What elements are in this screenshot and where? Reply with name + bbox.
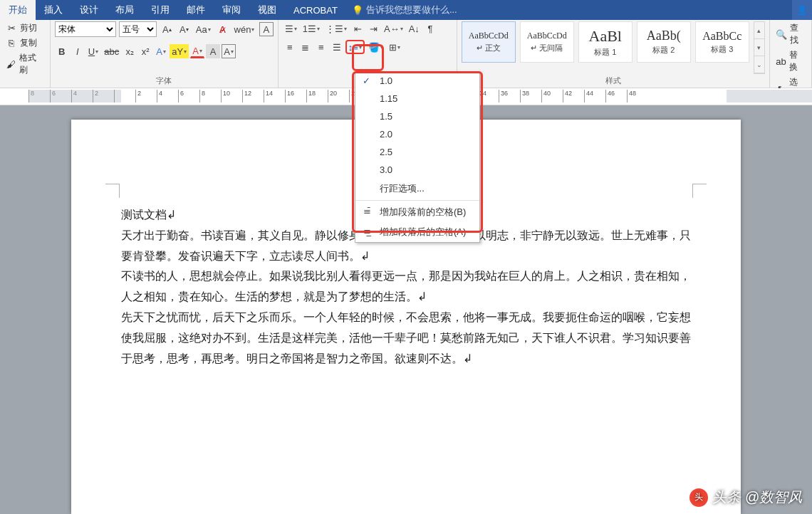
space-after-icon: ≡̲ (361, 226, 373, 236)
pilcrow-icon: ¶ (427, 23, 432, 34)
borders-icon: ⊞ (389, 42, 397, 53)
line-spacing-button[interactable]: ↕≡ (345, 40, 365, 54)
align-right-icon: ≡ (318, 42, 324, 53)
spacing-1.5[interactable]: 1.5 (355, 107, 479, 125)
font-group-label: 字体 (55, 74, 274, 88)
spacing-2.5[interactable]: 2.5 (355, 143, 479, 161)
multilevel-icon: ⋮☰ (326, 23, 343, 34)
scroll-down-icon[interactable]: ▾ (754, 39, 764, 56)
scissors-icon: ✂ (6, 23, 17, 34)
bullets-button[interactable]: ☰ (283, 21, 299, 36)
copy-icon: ⎘ (6, 38, 17, 49)
subscript-button[interactable]: x₂ (123, 44, 137, 58)
style-heading2[interactable]: AaBb(标题 2 (637, 21, 691, 63)
multilevel-button[interactable]: ⋮☰ (323, 21, 349, 36)
phonetic-guide-button[interactable]: wén (232, 22, 256, 36)
format-painter-button[interactable]: 🖌格式刷 (4, 51, 46, 77)
group-clipboard: ✂剪切 ⎘复制 🖌格式刷 (0, 20, 51, 88)
style-normal[interactable]: AaBbCcDd↵ 正文 (462, 21, 516, 63)
enclose-char-button[interactable]: A (259, 22, 274, 36)
justify-button[interactable]: ☰ (330, 40, 344, 54)
brush-icon: 🖌 (6, 58, 16, 70)
group-font: 宋体 五号 A▴ A▾ Aa A̷ wén A B I U abc x₂ x² … (51, 20, 279, 88)
replace-button[interactable]: ab替换 (774, 48, 807, 74)
indent-icon: ⇥ (370, 23, 378, 34)
underline-button[interactable]: U (86, 44, 100, 58)
align-left-icon: ≡ (287, 42, 293, 53)
decrease-indent-button[interactable]: ⇤ (350, 21, 365, 36)
style-heading1[interactable]: AaBl标题 1 (578, 21, 633, 63)
margin-corner (105, 184, 120, 198)
expand-gallery-icon[interactable]: ⌄ (754, 56, 764, 73)
tab-insert[interactable]: 插入 (36, 0, 71, 20)
paint-bucket-icon: 🪣 (368, 42, 380, 53)
spacing-1.15[interactable]: 1.15 (355, 90, 479, 107)
doc-paragraph[interactable]: 不读书的人，思想就会停止。如果说我比别人看得更远一点，那是因为我站在巨人的肩上。… (121, 266, 691, 308)
align-right-button[interactable]: ≡ (314, 40, 328, 54)
numbering-button[interactable]: 1☰ (301, 21, 322, 36)
show-marks-button[interactable]: ¶ (423, 21, 437, 36)
text-direction-button[interactable]: A↔ (382, 21, 405, 36)
char-border-button[interactable]: A (222, 44, 236, 58)
sort-icon: A↓ (409, 23, 420, 34)
spacing-1.0[interactable]: 1.0 (355, 72, 479, 90)
bullets-icon: ☰ (285, 23, 293, 34)
clear-formatting-button[interactable]: A̷ (215, 22, 229, 36)
increase-indent-button[interactable]: ⇥ (366, 21, 380, 36)
copy-button[interactable]: ⎘复制 (4, 36, 46, 50)
text-effects-button[interactable]: A (154, 44, 168, 58)
grow-font-button[interactable]: A▴ (160, 22, 174, 36)
bold-button[interactable]: B (55, 44, 69, 58)
find-button[interactable]: 🔍查找 (774, 21, 807, 47)
styles-group-label: 样式 (462, 74, 765, 88)
signin-button[interactable]: 👤 (792, 0, 812, 20)
watermark: 头 头条 @数智风 (689, 488, 802, 507)
superscript-button[interactable]: x² (138, 44, 152, 58)
change-case-button[interactable]: Aa (194, 22, 212, 36)
scroll-up-icon[interactable]: ▴ (754, 22, 764, 39)
tab-home[interactable]: 开始 (0, 0, 36, 20)
font-size-select[interactable]: 五号 (119, 21, 157, 37)
borders-button[interactable]: ⊞ (387, 40, 402, 54)
sort-button[interactable]: A↓ (407, 21, 422, 36)
tab-review[interactable]: 审阅 (214, 0, 249, 20)
align-center-icon: ≣ (301, 42, 309, 53)
spacing-3.0[interactable]: 3.0 (355, 161, 479, 179)
style-heading3[interactable]: AaBbCc标题 3 (695, 21, 749, 63)
add-space-before[interactable]: ≡̄增加段落前的空格(B) (355, 202, 479, 222)
search-icon: 🔍 (776, 28, 787, 40)
shading-button[interactable]: 🪣 (366, 40, 385, 54)
tab-layout[interactable]: 布局 (107, 0, 142, 20)
lightbulb-icon: 💡 (352, 5, 363, 16)
char-shading-button[interactable]: A (206, 44, 220, 58)
style-gallery-scroll[interactable]: ▴▾⌄ (754, 21, 765, 74)
italic-button[interactable]: I (71, 44, 85, 58)
clipboard-label (4, 77, 46, 88)
spacing-2.0[interactable]: 2.0 (355, 125, 479, 143)
style-nospacing[interactable]: AaBbCcDd↵ 无间隔 (520, 21, 574, 63)
add-space-after[interactable]: ≡̲增加段落后的空格(A) (355, 222, 479, 242)
margin-corner (692, 184, 707, 198)
tab-mailings[interactable]: 邮件 (178, 0, 214, 20)
spacing-options[interactable]: 行距选项... (355, 179, 479, 199)
justify-icon: ☰ (333, 42, 341, 53)
watermark-logo-icon: 头 (689, 488, 708, 507)
shrink-font-button[interactable]: A▾ (177, 22, 191, 36)
tab-references[interactable]: 引用 (142, 0, 178, 20)
doc-paragraph[interactable]: 先天下之忧而忧，后天下之乐而乐。一个人年轻的时候，不会思索，他将一事无成。我要扼… (121, 308, 691, 369)
font-name-select[interactable]: 宋体 (55, 21, 116, 37)
line-spacing-icon: ↕≡ (348, 42, 358, 53)
cut-button[interactable]: ✂剪切 (4, 21, 46, 35)
ltr-icon: A↔ (384, 23, 400, 34)
font-color-button[interactable]: A (190, 44, 204, 58)
tab-design[interactable]: 设计 (71, 0, 107, 20)
highlight-button[interactable]: aY (170, 44, 189, 58)
numbering-icon: 1☰ (303, 23, 316, 34)
strikethrough-button[interactable]: abc (102, 44, 121, 58)
align-center-button[interactable]: ≣ (298, 40, 313, 54)
align-left-button[interactable]: ≡ (283, 40, 297, 54)
replace-icon: ab (776, 56, 786, 67)
tell-me[interactable]: 💡告诉我您想要做什么... (346, 4, 463, 16)
tab-view[interactable]: 视图 (249, 0, 285, 20)
tab-acrobat[interactable]: ACROBAT (285, 0, 346, 20)
